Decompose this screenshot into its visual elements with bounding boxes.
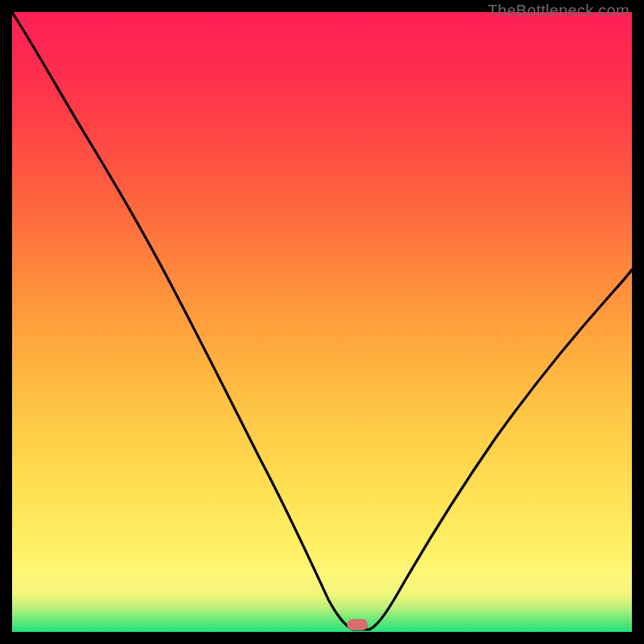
optimum-marker: [347, 619, 368, 630]
chart-frame: TheBottleneck.com: [0, 0, 644, 644]
bottleneck-curve: [12, 12, 632, 632]
plot-area: [12, 12, 632, 632]
